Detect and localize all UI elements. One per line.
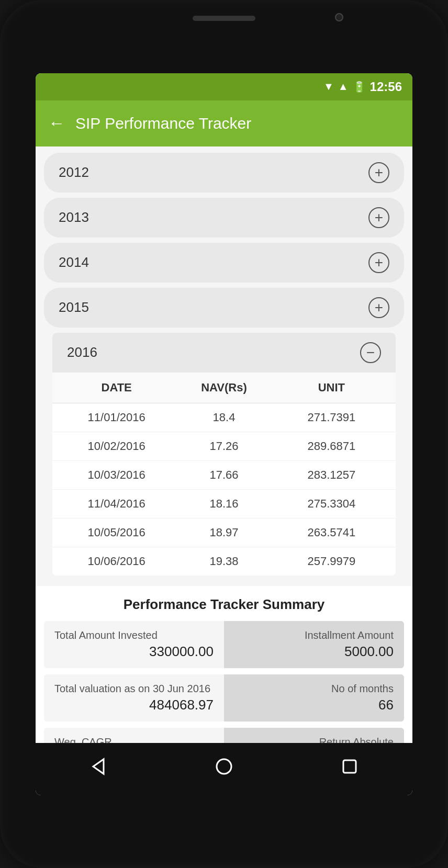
summary-card-3: Weg. CAGR 13.99 Return Absolute 46.69 xyxy=(44,728,404,743)
expand-icon-2013: + xyxy=(368,207,389,228)
summary-right-2: No of months 66 xyxy=(224,674,404,722)
table-row: 11/04/2016 18.16 275.3304 xyxy=(52,490,396,518)
year-row-2012[interactable]: 2012 + xyxy=(44,153,404,193)
total-invested-label: Total Amount Invested xyxy=(54,629,214,641)
return-label: Return Absolute xyxy=(234,736,394,743)
year-label-2013: 2013 xyxy=(59,209,89,226)
year-label-2012: 2012 xyxy=(59,164,89,181)
app-title: SIP Performance Tracker xyxy=(75,115,251,132)
cell-date-1: 10/02/2016 xyxy=(63,439,170,453)
camera xyxy=(335,13,343,21)
year-label-2014: 2014 xyxy=(59,254,89,270)
cell-nav-4: 18.97 xyxy=(170,526,277,539)
summary-title: Performance Tracker Summary xyxy=(44,596,404,613)
cell-nav-1: 17.26 xyxy=(170,439,277,453)
months-label: No of months xyxy=(234,683,394,695)
signal-icon: ▲ xyxy=(338,81,349,93)
svg-rect-2 xyxy=(343,760,356,773)
phone-screen: ▼ ▲ 🔋 12:56 ← SIP Performance Tracker 20… xyxy=(36,73,412,795)
header-unit: UNIT xyxy=(278,381,385,394)
installment-value: 5000.00 xyxy=(234,644,394,660)
year-label-2015: 2015 xyxy=(59,299,89,315)
expand-icon-2014: + xyxy=(368,252,389,273)
summary-left-2: Total valuation as on 30 Jun 2016 484068… xyxy=(44,674,224,722)
cell-unit-2: 283.1257 xyxy=(278,468,385,482)
collapse-icon-2016: − xyxy=(360,342,381,363)
cell-nav-0: 18.4 xyxy=(170,411,277,424)
summary-card-2: Total valuation as on 30 Jun 2016 484068… xyxy=(44,674,404,722)
phone-frame: ▼ ▲ 🔋 12:56 ← SIP Performance Tracker 20… xyxy=(0,0,448,868)
nav-bar xyxy=(36,743,412,795)
table-header: DATE NAV(Rs) UNIT xyxy=(52,373,396,403)
header-date: DATE xyxy=(63,381,170,394)
table-row: 10/05/2016 18.97 263.5741 xyxy=(52,518,396,547)
table-row: 10/02/2016 17.26 289.6871 xyxy=(52,432,396,461)
cell-date-2: 10/03/2016 xyxy=(63,468,170,482)
home-nav-button[interactable] xyxy=(209,752,239,786)
months-value: 66 xyxy=(234,697,394,713)
header-nav: NAV(Rs) xyxy=(170,381,277,394)
svg-marker-0 xyxy=(93,759,104,774)
battery-icon: 🔋 xyxy=(353,81,366,93)
year-row-2013[interactable]: 2013 + xyxy=(44,198,404,238)
speaker xyxy=(193,16,255,21)
table-row: 11/01/2016 18.4 271.7391 xyxy=(52,403,396,432)
cagr-label: Weg. CAGR xyxy=(54,736,214,743)
time-display: 12:56 xyxy=(370,80,402,94)
cell-nav-2: 17.66 xyxy=(170,468,277,482)
summary-right-1: Installment Amount 5000.00 xyxy=(224,621,404,668)
year-list: 2012 + 2013 + 2014 + 2015 + xyxy=(36,146,412,582)
cell-nav-5: 19.38 xyxy=(170,555,277,568)
status-bar: ▼ ▲ 🔋 12:56 xyxy=(36,73,412,100)
total-invested-value: 330000.00 xyxy=(54,644,214,660)
year-row-2015[interactable]: 2015 + xyxy=(44,288,404,328)
back-nav-button[interactable] xyxy=(84,752,113,786)
expanded-section-2016: 2016 − DATE NAV(Rs) UNIT 11/01/2016 18.4… xyxy=(52,333,396,576)
recents-nav-button[interactable] xyxy=(335,752,364,786)
status-icons: ▼ ▲ 🔋 12:56 xyxy=(323,80,402,94)
year-row-2014[interactable]: 2014 + xyxy=(44,243,404,283)
expand-icon-2015: + xyxy=(368,297,389,318)
cell-date-5: 10/06/2016 xyxy=(63,555,170,568)
table-row: 10/03/2016 17.66 283.1257 xyxy=(52,461,396,490)
cell-date-3: 11/04/2016 xyxy=(63,497,170,511)
expand-icon-2012: + xyxy=(368,162,389,183)
summary-section: Performance Tracker Summary Total Amount… xyxy=(36,586,412,743)
svg-point-1 xyxy=(217,759,231,774)
content-area: 2012 + 2013 + 2014 + 2015 + xyxy=(36,146,412,743)
summary-left-1: Total Amount Invested 330000.00 xyxy=(44,621,224,668)
cell-unit-5: 257.9979 xyxy=(278,555,385,568)
year-row-2016[interactable]: 2016 − xyxy=(52,333,396,373)
cell-unit-1: 289.6871 xyxy=(278,439,385,453)
cell-unit-3: 275.3304 xyxy=(278,497,385,511)
app-bar: ← SIP Performance Tracker xyxy=(36,100,412,146)
year-label-2016: 2016 xyxy=(67,344,97,360)
table-row: 10/06/2016 19.38 257.9979 xyxy=(52,547,396,576)
cell-date-4: 10/05/2016 xyxy=(63,526,170,539)
summary-card-1: Total Amount Invested 330000.00 Installm… xyxy=(44,621,404,668)
installment-label: Installment Amount xyxy=(234,629,394,641)
cell-date-0: 11/01/2016 xyxy=(63,411,170,424)
summary-left-3: Weg. CAGR 13.99 xyxy=(44,728,224,743)
summary-right-3: Return Absolute 46.69 xyxy=(224,728,404,743)
back-button[interactable]: ← xyxy=(48,114,65,133)
cell-unit-0: 271.7391 xyxy=(278,411,385,424)
wifi-icon: ▼ xyxy=(323,81,334,93)
cell-nav-3: 18.16 xyxy=(170,497,277,511)
valuation-value: 484068.97 xyxy=(54,697,214,713)
cell-unit-4: 263.5741 xyxy=(278,526,385,539)
valuation-label: Total valuation as on 30 Jun 2016 xyxy=(54,683,214,695)
